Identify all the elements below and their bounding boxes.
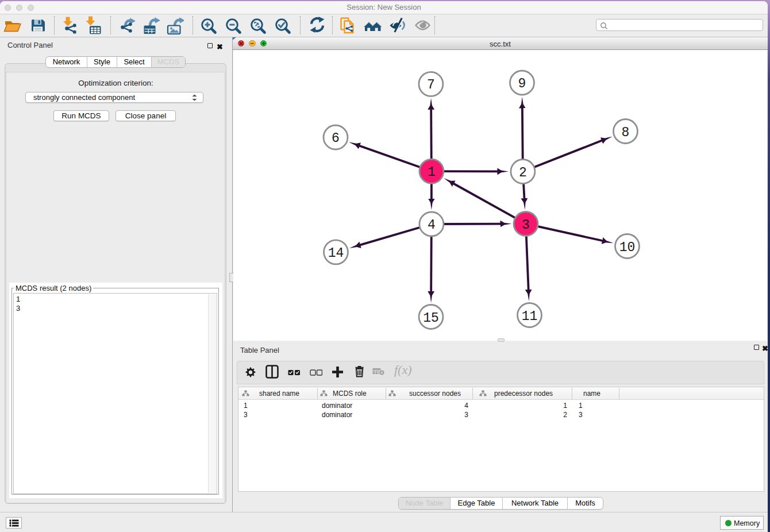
svg-text:15: 15	[423, 311, 439, 326]
svg-text:7: 7	[427, 78, 435, 92]
svg-text:1: 1	[428, 165, 436, 180]
svg-text:14: 14	[328, 246, 344, 261]
svg-text:10: 10	[619, 240, 636, 255]
svg-text:2: 2	[519, 165, 527, 180]
svg-text:3: 3	[522, 218, 530, 233]
svg-text:11: 11	[522, 309, 538, 324]
svg-text:6: 6	[332, 131, 340, 146]
svg-text:9: 9	[518, 76, 526, 91]
svg-text:8: 8	[622, 125, 630, 140]
svg-text:4: 4	[428, 218, 436, 233]
